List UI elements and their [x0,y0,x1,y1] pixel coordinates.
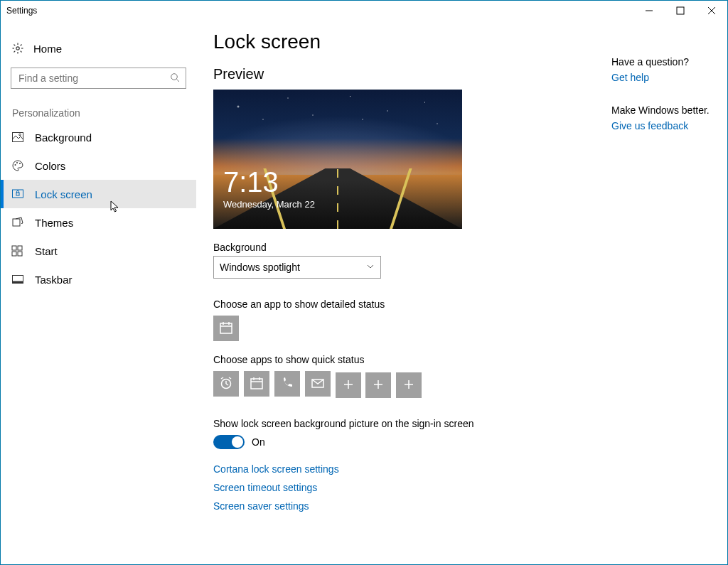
lock-screen-icon [12,189,28,199]
sidebar-item-label: Background [35,131,92,144]
signin-picture-heading: Show lock screen background picture on t… [213,418,583,429]
plus-icon [373,379,384,392]
minimize-button[interactable] [633,1,665,21]
sidebar-item-lock-screen[interactable]: Lock screen [1,180,196,208]
svg-point-19 [19,163,21,164]
svg-point-13 [171,73,178,80]
plus-icon [343,379,354,392]
start-icon [12,246,28,256]
svg-line-11 [21,45,22,46]
sidebar-item-label: Colors [35,160,65,172]
svg-rect-22 [13,219,20,226]
sidebar-item-background[interactable]: Background [1,123,196,151]
plus-icon [403,379,414,392]
quick-app-slot-6[interactable] [365,372,391,398]
svg-rect-26 [18,252,22,256]
svg-line-10 [21,51,22,53]
sidebar-item-label: Themes [35,217,73,229]
window-title: Settings [6,6,37,16]
detailed-app-slot[interactable] [213,316,239,341]
search-input[interactable] [17,72,170,85]
alarms-icon [219,376,233,392]
svg-rect-38 [251,379,262,389]
signin-picture-toggle-label: On [252,436,265,448]
sidebar-item-label: Taskbar [35,274,73,286]
sidebar-category: Personalization [1,89,196,123]
search-box[interactable] [11,68,186,89]
sidebar: Home Personalization Background Colors [1,21,196,565]
quick-app-slot-5[interactable] [336,372,361,398]
palette-icon [12,160,28,171]
preview-heading: Preview [213,66,583,82]
svg-rect-1 [677,7,684,14]
sidebar-home[interactable]: Home [1,36,196,60]
svg-rect-23 [12,246,16,250]
mail-icon [311,376,325,392]
get-help-link[interactable]: Get help [611,72,710,83]
close-button[interactable] [696,1,727,21]
quick-status-row [213,371,583,398]
maximize-icon [676,6,685,15]
sidebar-item-start[interactable]: Start [1,237,196,265]
picture-icon [12,132,28,142]
quick-status-heading: Choose apps to show quick status [213,354,583,365]
preview-date: Wednesday, March 22 [223,199,315,210]
sidebar-home-label: Home [33,43,62,55]
svg-point-16 [19,134,21,136]
svg-point-17 [15,164,16,166]
svg-line-9 [14,45,16,46]
svg-line-36 [221,377,223,379]
background-label: Background [213,242,583,253]
search-icon [170,72,180,85]
sidebar-item-taskbar[interactable]: Taskbar [1,265,196,294]
minimize-icon [645,6,653,15]
svg-rect-28 [13,281,23,284]
detailed-status-heading: Choose an app to show detailed status [213,298,583,310]
chevron-down-icon [366,262,375,273]
taskbar-icon [12,275,28,284]
quick-app-slot-4[interactable] [305,371,331,397]
signin-picture-toggle[interactable] [213,435,245,449]
window-titlebar: Settings [1,1,727,21]
maximize-button[interactable] [665,1,696,21]
svg-line-37 [229,377,231,379]
svg-rect-25 [12,252,16,256]
sidebar-item-label: Start [35,245,58,257]
screen-saver-link[interactable]: Screen saver settings [213,500,583,512]
themes-icon [12,217,28,228]
help-heading: Have a question? [611,56,710,68]
gear-icon [12,43,28,54]
lockscreen-preview: 7:13 Wednesday, March 22 [213,90,462,229]
quick-app-slot-3[interactable] [274,371,300,397]
sidebar-item-label: Lock screen [35,188,92,200]
svg-rect-29 [220,323,232,333]
svg-rect-21 [16,193,19,195]
quick-app-slot-7[interactable] [396,372,422,398]
phone-icon [280,376,294,392]
background-dropdown[interactable]: Windows spotlight [213,256,381,279]
svg-point-4 [16,47,19,50]
give-feedback-link[interactable]: Give us feedback [611,120,710,131]
calendar-icon [219,321,233,337]
svg-line-12 [14,51,16,53]
svg-point-18 [16,162,18,163]
svg-line-35 [226,384,228,385]
calendar-icon [250,376,264,392]
cortana-settings-link[interactable]: Cortana lock screen settings [213,463,583,475]
svg-rect-24 [18,246,22,250]
background-value: Windows spotlight [220,262,300,273]
sidebar-item-colors[interactable]: Colors [1,151,196,180]
preview-time: 7:13 [223,168,279,196]
quick-app-slot-1[interactable] [213,371,239,397]
feedback-heading: Make Windows better. [611,104,710,116]
quick-app-slot-2[interactable] [244,371,269,397]
sidebar-item-themes[interactable]: Themes [1,208,196,237]
page-title: Lock screen [213,31,583,53]
svg-line-14 [177,79,180,82]
screen-timeout-link[interactable]: Screen timeout settings [213,482,583,493]
close-icon [707,6,716,15]
